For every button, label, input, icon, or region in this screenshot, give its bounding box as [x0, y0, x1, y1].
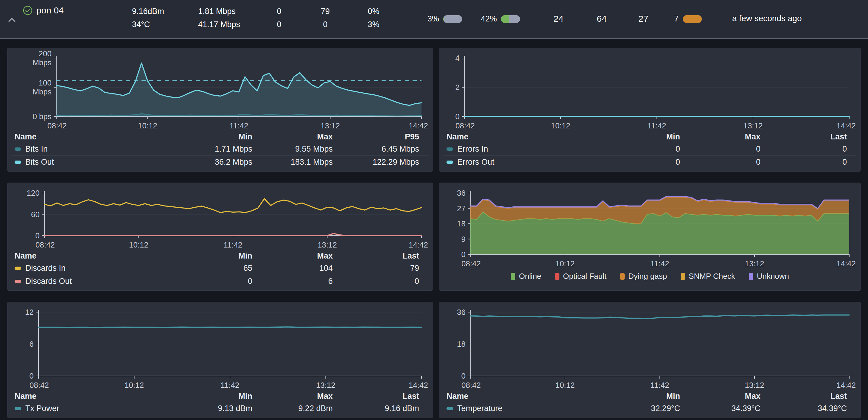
legend-color-swatch — [749, 273, 753, 280]
series-row: Tx Power9.13 dBm9.22 dBm9.16 dBm — [11, 402, 429, 415]
svg-text:9: 9 — [461, 235, 466, 244]
gauge-utilization-small: 3% — [423, 14, 462, 24]
svg-text:4: 4 — [456, 54, 460, 63]
column-header-max[interactable]: Max — [259, 392, 339, 401]
column-header-last[interactable]: Last — [339, 392, 426, 401]
column-header-max[interactable]: Max — [687, 392, 767, 401]
series-toggle[interactable]: Discards Out — [14, 277, 179, 286]
svg-text:08:42: 08:42 — [35, 240, 55, 249]
svg-text:13:12: 13:12 — [745, 381, 764, 390]
last-updated-text: a few seconds ago — [732, 14, 802, 23]
stat-value: 3% — [361, 18, 386, 31]
column-header-p95[interactable]: P95 — [339, 132, 426, 142]
series-toggle[interactable]: Tx Power — [14, 404, 179, 413]
column-header-last[interactable]: Last — [339, 251, 426, 261]
column-header-min[interactable]: Min — [606, 132, 687, 142]
gauge-bar — [501, 15, 520, 23]
legend-color-swatch — [511, 273, 515, 280]
column-header-name[interactable]: Name — [14, 392, 179, 401]
legend-item-unknown[interactable]: Unknown — [749, 272, 789, 281]
svg-text:08:42: 08:42 — [30, 381, 49, 390]
svg-text:08:42: 08:42 — [456, 121, 475, 130]
gauge-bar — [443, 15, 462, 23]
column-header-last[interactable]: Last — [767, 392, 854, 401]
bits-chart: 0 bps100Mbps200Mbps08:4210:1211:4213:121… — [11, 50, 429, 131]
column-header-min[interactable]: Min — [606, 392, 687, 401]
series-label: Discards In — [25, 264, 65, 273]
svg-text:27: 27 — [457, 204, 466, 213]
svg-text:14:42: 14:42 — [836, 121, 856, 130]
svg-text:18: 18 — [457, 219, 466, 228]
gauge-label: 7 — [666, 14, 679, 24]
discards-chart: 06012008:4210:1211:4213:1214:42 — [11, 185, 429, 250]
svg-text:11:42: 11:42 — [650, 381, 669, 390]
column-header-name[interactable]: Name — [446, 392, 606, 401]
series-stat-value: 0 — [606, 145, 687, 154]
column-header-name[interactable]: Name — [14, 132, 179, 142]
series-stat-value: 104 — [259, 264, 339, 273]
series-stat-value: 6 — [259, 277, 339, 286]
column-header-last[interactable]: Last — [767, 132, 854, 142]
series-stat-value: 9.16 dBm — [339, 404, 426, 413]
series-stat-value: 9.22 dBm — [259, 404, 339, 413]
stat-pair-errors: 0 0 — [267, 5, 291, 31]
svg-text:10:12: 10:12 — [551, 121, 570, 130]
series-toggle[interactable]: Temperature — [446, 404, 606, 413]
legend-item-optical-fault[interactable]: Optical Fault — [555, 272, 607, 281]
svg-text:14:42: 14:42 — [409, 240, 428, 249]
gauge-label: 42% — [480, 14, 497, 24]
stat-value: 0 — [267, 18, 291, 31]
series-stat-value: 0 — [339, 277, 426, 286]
column-header-min[interactable]: Min — [179, 132, 259, 142]
series-toggle[interactable]: Bits Out — [14, 157, 179, 167]
tx-power-chart: 061208:4210:1211:4213:1214:42 — [11, 304, 429, 390]
tx-power-legend-table: NameMinMaxLastTx Power9.13 dBm9.22 dBm9.… — [11, 390, 429, 415]
series-stat-value: 36.2 Mbps — [179, 157, 259, 167]
stat-value: 34°C — [132, 18, 164, 31]
column-header-min[interactable]: Min — [179, 251, 259, 261]
temperature-legend-table: NameMinMaxLastTemperature32.29°C34.39°C3… — [443, 390, 857, 415]
row-header: pon 04 9.16dBm 34°C 1.81 Mbps 41.17 Mbps… — [0, 0, 868, 39]
series-row: Errors In000 — [443, 143, 857, 155]
series-stat-value: 9.13 dBm — [179, 404, 259, 413]
series-toggle[interactable]: Errors In — [446, 145, 606, 154]
svg-text:0: 0 — [461, 250, 466, 259]
column-header-max[interactable]: Max — [259, 132, 339, 142]
discards-legend-table: NameMinMaxLastDiscards In6510479Discards… — [11, 250, 429, 288]
legend-item-online[interactable]: Online — [511, 272, 541, 281]
legend-item-snmp-check[interactable]: SNMP Check — [681, 272, 735, 281]
series-stat-value: 32.29°C — [606, 404, 687, 413]
svg-text:08:42: 08:42 — [461, 381, 481, 390]
series-toggle[interactable]: Discards In — [14, 264, 179, 273]
stat-value: 0% — [361, 5, 386, 18]
stat-value: 1.81 Mbps — [198, 5, 240, 18]
column-header-name[interactable]: Name — [446, 132, 606, 142]
column-header-max[interactable]: Max — [259, 251, 339, 261]
status-ok-icon — [23, 5, 33, 16]
column-header-min[interactable]: Min — [179, 392, 259, 401]
row-collapse-button[interactable] — [6, 16, 17, 25]
svg-text:0: 0 — [35, 231, 40, 240]
legend-item-dying-gasp[interactable]: Dying gasp — [620, 272, 667, 281]
svg-text:0: 0 — [30, 371, 34, 380]
gauge-alerts: 7 — [666, 14, 702, 24]
legend-color-swatch — [620, 273, 625, 280]
series-stat-value: 0 — [606, 157, 687, 167]
series-color-swatch — [446, 147, 453, 151]
series-label: Errors In — [457, 145, 488, 154]
svg-text:10:12: 10:12 — [555, 259, 575, 268]
series-row: Bits Out36.2 Mbps183.1 Mbps122.29 Mbps — [11, 155, 429, 169]
legend-color-swatch — [555, 273, 559, 280]
row-title[interactable]: pon 04 — [36, 5, 64, 16]
column-header-max[interactable]: Max — [687, 132, 767, 142]
stat-bandwidth: 1.81 Mbps 41.17 Mbps — [198, 5, 240, 31]
svg-text:13:12: 13:12 — [745, 259, 764, 268]
series-toggle[interactable]: Errors Out — [446, 157, 606, 167]
column-header-name[interactable]: Name — [14, 251, 179, 261]
series-toggle[interactable]: Bits In — [14, 145, 179, 154]
chevron-up-icon — [8, 17, 16, 23]
legend-color-swatch — [681, 273, 685, 280]
svg-text:36: 36 — [457, 188, 466, 198]
series-stat-value: 34.39°C — [687, 404, 767, 413]
svg-text:13:12: 13:12 — [743, 121, 763, 130]
